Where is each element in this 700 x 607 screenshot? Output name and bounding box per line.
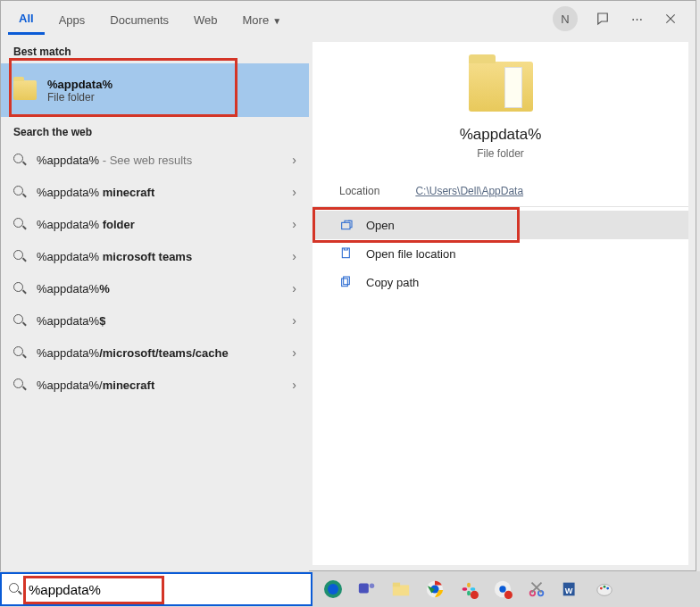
- web-result[interactable]: %appdata%/microsoft/teams/cache›: [1, 337, 309, 369]
- chevron-right-icon: ›: [292, 378, 296, 392]
- chevron-right-icon: ›: [292, 217, 296, 231]
- search-icon: [13, 218, 26, 230]
- action-open-label: Open: [366, 219, 395, 232]
- open-icon: [339, 218, 354, 232]
- tab-more[interactable]: More▼: [232, 4, 293, 34]
- section-best-match: Best match: [1, 37, 309, 63]
- taskbar-search[interactable]: [0, 572, 312, 606]
- teams-icon[interactable]: [354, 576, 380, 603]
- paint-icon[interactable]: [591, 576, 618, 603]
- svg-point-18: [499, 586, 505, 592]
- svg-rect-14: [467, 583, 471, 588]
- action-open[interactable]: Open: [312, 211, 688, 239]
- svg-rect-12: [462, 587, 468, 591]
- svg-text:W: W: [565, 586, 573, 595]
- svg-rect-2: [344, 277, 350, 285]
- action-open-location-label: Open file location: [366, 247, 455, 261]
- svg-point-25: [600, 587, 603, 590]
- svg-rect-13: [471, 587, 476, 591]
- web-result[interactable]: %appdata%$›: [1, 304, 309, 337]
- preview-location-row: Location C:\Users\Dell\AppData: [312, 169, 688, 207]
- web-result[interactable]: %appdata% minecraft›: [1, 176, 309, 208]
- action-copy-path-label: Copy path: [366, 276, 419, 289]
- location-label: Location: [339, 185, 379, 197]
- word-icon[interactable]: W: [557, 576, 584, 603]
- search-icon: [13, 314, 26, 327]
- snip-icon[interactable]: [523, 576, 550, 603]
- svg-rect-0: [342, 222, 350, 229]
- web-result[interactable]: %appdata% folder›: [1, 208, 309, 240]
- annotation-highlight: [9, 58, 238, 117]
- action-open-location[interactable]: Open file location: [312, 239, 688, 268]
- svg-point-7: [370, 584, 375, 589]
- taskbar-pinned-apps: W: [312, 576, 618, 603]
- search-icon: [13, 282, 26, 295]
- svg-rect-3: [342, 279, 348, 287]
- chevron-right-icon: ›: [292, 345, 296, 360]
- best-match-subtitle: File folder: [47, 91, 112, 104]
- web-result-text: %appdata% - See web results: [37, 154, 192, 167]
- chrome-icon[interactable]: [421, 576, 448, 603]
- search-icon: [13, 346, 26, 359]
- search-filter-tabs: All Apps Documents Web More▼ N ⋯: [1, 1, 696, 37]
- copy-icon: [339, 275, 354, 289]
- svg-point-27: [606, 587, 609, 590]
- file-explorer-icon[interactable]: [388, 576, 414, 603]
- action-copy-path[interactable]: Copy path: [312, 268, 688, 296]
- svg-point-5: [328, 584, 338, 595]
- svg-rect-9: [393, 583, 400, 587]
- svg-rect-6: [359, 584, 369, 594]
- tab-all[interactable]: All: [8, 3, 45, 35]
- search-icon: [13, 250, 26, 262]
- start-search-window: All Apps Documents Web More▼ N ⋯ Best ma…: [0, 0, 696, 571]
- search-icon: [13, 186, 26, 198]
- preview-panel: %appdata% File folder Location C:\Users\…: [312, 42, 688, 565]
- edge-icon[interactable]: [320, 576, 346, 603]
- user-avatar[interactable]: N: [553, 6, 578, 31]
- chevron-right-icon: ›: [292, 185, 296, 199]
- web-result-text: %appdata%$: [37, 314, 105, 328]
- web-result[interactable]: %appdata% - See web results›: [1, 144, 309, 176]
- web-result-text: %appdata%/microsoft/teams/cache: [37, 346, 229, 360]
- chrome-beta-icon[interactable]: [489, 576, 516, 603]
- taskbar: W: [0, 571, 700, 607]
- slack-icon[interactable]: [455, 576, 482, 603]
- web-result-text: %appdata%/minecraft: [37, 378, 154, 392]
- tab-apps[interactable]: Apps: [48, 4, 96, 34]
- close-icon[interactable]: [662, 10, 679, 28]
- preview-subtitle: File folder: [312, 147, 688, 160]
- results-panel: Best match %appdata% File folder Search …: [1, 37, 309, 572]
- more-options-icon[interactable]: ⋯: [628, 10, 646, 28]
- best-match-title: %appdata%: [47, 78, 112, 91]
- best-match-result[interactable]: %appdata% File folder: [1, 63, 309, 117]
- file-location-icon: [339, 246, 354, 261]
- folder-icon: [469, 62, 533, 112]
- tab-web[interactable]: Web: [183, 4, 229, 34]
- location-link[interactable]: C:\Users\Dell\AppData: [415, 185, 523, 197]
- chevron-right-icon: ›: [292, 313, 296, 328]
- web-result[interactable]: %appdata%%›: [1, 272, 309, 304]
- web-result-text: %appdata% microsoft teams: [37, 250, 192, 263]
- svg-rect-15: [467, 591, 471, 596]
- web-result-text: %appdata% minecraft: [37, 186, 154, 199]
- feedback-icon[interactable]: [594, 10, 612, 28]
- chevron-right-icon: ›: [292, 153, 296, 167]
- web-result-text: %appdata% folder: [37, 218, 135, 231]
- chevron-down-icon: ▼: [272, 16, 281, 26]
- svg-point-16: [471, 591, 479, 599]
- web-result[interactable]: %appdata% microsoft teams›: [1, 240, 309, 272]
- svg-point-26: [604, 586, 606, 588]
- folder-icon: [13, 80, 37, 100]
- web-result-text: %appdata%%: [37, 282, 110, 295]
- svg-point-19: [504, 591, 512, 599]
- search-icon: [13, 154, 26, 166]
- search-icon: [13, 378, 26, 391]
- search-icon: [9, 583, 21, 595]
- chevron-right-icon: ›: [292, 249, 296, 263]
- preview-title: %appdata%: [312, 126, 688, 144]
- section-search-web: Search the web: [1, 117, 309, 144]
- search-input[interactable]: [29, 582, 311, 597]
- chevron-right-icon: ›: [292, 281, 296, 295]
- tab-documents[interactable]: Documents: [99, 4, 179, 34]
- web-result[interactable]: %appdata%/minecraft›: [1, 369, 309, 401]
